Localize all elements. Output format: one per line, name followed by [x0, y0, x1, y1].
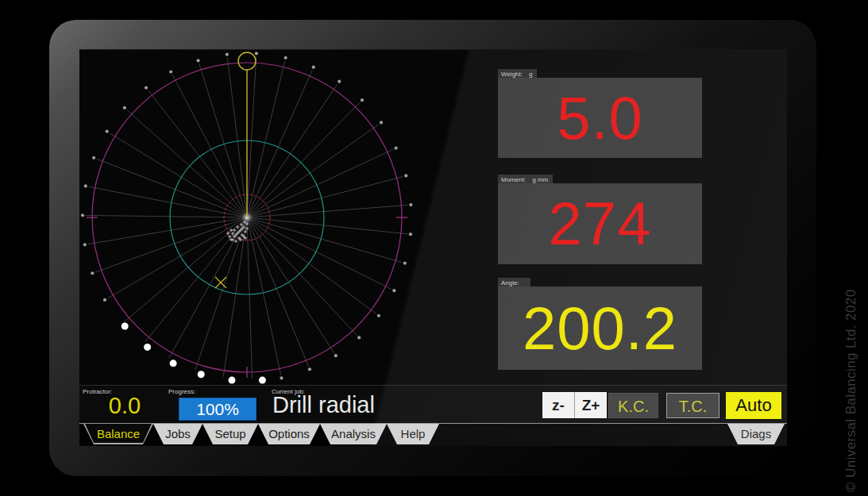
weight-display: 5.0 — [498, 78, 702, 158]
zoom-in-button[interactable]: Z+ — [575, 392, 607, 418]
moment-label-text: Moment: — [501, 176, 526, 183]
current-job-value: Drill radial — [272, 392, 375, 418]
tab-help[interactable]: Help — [387, 424, 439, 444]
tab-bar: Balance Jobs Setup Options Analysis Help… — [79, 423, 787, 446]
zoom-out-button[interactable]: z- — [542, 392, 575, 418]
progress-bar: 100% — [179, 398, 257, 421]
tab-balance-label: Balance — [97, 427, 140, 440]
tab-analysis[interactable]: Analysis — [320, 424, 387, 444]
angle-label-text: Angle: — [501, 279, 519, 286]
zoom-button-group: z- Z+ — [542, 392, 607, 418]
angle-value: 200.2 — [498, 286, 702, 370]
moment-unit: g mm — [532, 176, 548, 183]
screen: Weight:g 5.0 Moment:g mm 274 Angle: 200.… — [79, 49, 787, 446]
weight-unit: g — [529, 71, 532, 78]
tab-diags[interactable]: Diags — [727, 424, 785, 444]
tc-button[interactable]: T.C. — [666, 393, 719, 418]
kc-button[interactable]: K.C. — [608, 393, 658, 418]
tab-options[interactable]: Options — [258, 424, 320, 444]
moment-value: 274 — [498, 183, 702, 264]
auto-button[interactable]: Auto — [726, 392, 781, 419]
weight-value: 5.0 — [498, 78, 702, 158]
tab-balance[interactable]: Balance — [83, 424, 153, 444]
status-bar: Protractor: 0.0 Progress: 100% Current j… — [79, 385, 787, 424]
protractor-value: 0.0 — [94, 393, 156, 419]
angle-display: 200.2 — [498, 286, 702, 370]
tab-setup[interactable]: Setup — [203, 424, 258, 444]
moment-display: 274 — [498, 183, 702, 264]
tab-jobs[interactable]: Jobs — [153, 424, 203, 444]
progress-label: Progress: — [168, 388, 195, 395]
copyright-watermark: © Universal Balancing Ltd. 2020 — [843, 230, 859, 492]
weight-label-text: Weight: — [501, 71, 523, 78]
